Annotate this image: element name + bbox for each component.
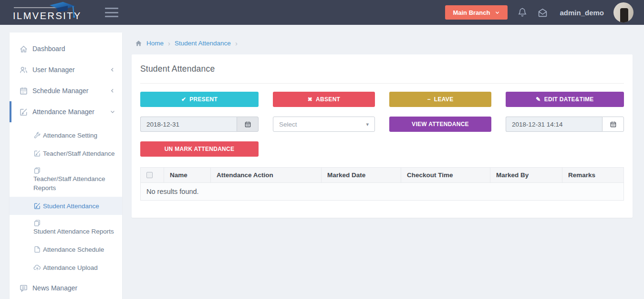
sidebar-item-label: Schedule Manager (32, 87, 89, 95)
present-button[interactable]: ✔ PRESENT (140, 92, 259, 107)
present-button-label: PRESENT (189, 96, 218, 103)
column-header-marked-by[interactable]: Marked By (490, 168, 562, 183)
sidebar-item-teacher-staff-attendance-reports[interactable]: Teacher/Staff Attendance Reports (10, 162, 122, 197)
home-icon (19, 44, 28, 53)
view-attendance-button[interactable]: VIEW ATTENDANCE (389, 117, 491, 132)
column-header-name[interactable]: Name (164, 168, 211, 183)
edit-icon (33, 150, 41, 157)
minus-icon: − (427, 96, 431, 102)
edit-datetime-button[interactable]: ✎ EDIT DATE&TIME (506, 92, 624, 107)
sidebar-item-user-manager[interactable]: User Manager (10, 59, 122, 80)
file-icon (33, 246, 41, 253)
logo-text: ILMVERSITY (13, 11, 82, 21)
edit-icon (19, 107, 28, 117)
sidebar-item-label: Dashboard (32, 45, 65, 53)
chevron-left-icon (110, 67, 115, 73)
breadcrumb-separator: › (235, 39, 238, 47)
sidebar-item-label: Attendance Setting (43, 131, 97, 140)
view-attendance-button-label: VIEW ATTENDANCE (412, 121, 469, 128)
username-label[interactable]: admin_demo (560, 9, 604, 17)
leave-button[interactable]: − LEAVE (389, 92, 491, 107)
sidebar-item-label: Student Attendance (43, 202, 99, 211)
wrench-icon (33, 131, 41, 139)
branch-label: Main Branch (453, 9, 490, 16)
chevron-left-icon (110, 88, 115, 94)
column-header-remarks[interactable]: Remarks (562, 168, 624, 183)
sidebar-item-schedule-manager[interactable]: Schedule Manager (10, 80, 122, 101)
datetime-picker-group (506, 117, 624, 132)
app-logo[interactable]: ILMVERSITY (10, 1, 82, 23)
sidebar-item-teacher-staff-attendance[interactable]: Teacher/Staff Attendance (10, 144, 122, 162)
datetime-input[interactable] (506, 117, 602, 132)
table-header-row: Name Attendance Action Marked Date Check… (141, 168, 624, 183)
breadcrumb-current-link[interactable]: Student Attendance (175, 40, 231, 47)
envelope-open-icon[interactable] (537, 7, 548, 18)
breadcrumb-home-link[interactable]: Home (146, 40, 164, 47)
student-attendance-panel: Student Attendance ✔ PRESENT ✖ ABSENT − … (132, 54, 633, 218)
sidebar-item-label: Teacher/Staff Attendance Reports (33, 174, 117, 192)
copy-icon (33, 219, 41, 227)
sidebar-item-attendance-setting[interactable]: Attendance Setting (10, 126, 122, 144)
unmark-attendance-button[interactable]: UN MARK ATTENDANCE (140, 141, 259, 157)
attendance-table: Name Attendance Action Marked Date Check… (140, 167, 624, 201)
chevron-down-icon (110, 109, 115, 115)
news-icon (19, 284, 28, 293)
cloud-upload-icon (33, 264, 41, 271)
sidebar-item-label: Attendance Manager (32, 108, 94, 116)
check-icon: ✔ (181, 96, 186, 102)
sidebar-item-student-attendance[interactable]: Student Attendance (10, 197, 122, 215)
users-icon (19, 65, 28, 75)
breadcrumb-separator: › (168, 39, 170, 47)
edit-icon (33, 202, 41, 210)
select-all-checkbox[interactable] (146, 172, 153, 178)
sidebar-item-attendance-schedule[interactable]: Attendance Schedule (10, 240, 122, 258)
main-content: Home › Student Attendance › Student Atte… (132, 25, 633, 218)
caret-down-icon: ▾ (366, 121, 369, 128)
home-icon (135, 40, 142, 47)
calendar-icon[interactable] (602, 117, 624, 132)
column-header-checkout-time[interactable]: Checkout Time (401, 168, 490, 183)
hamburger-icon[interactable] (105, 8, 118, 17)
sidebar-item-student-attendance-reports[interactable]: Student Attendance Reports (10, 215, 122, 240)
empty-state-text: No results found. (141, 183, 624, 201)
attendance-submenu: Attendance Setting Teacher/Staff Attenda… (10, 122, 122, 277)
student-select-dropdown[interactable]: Select ▾ (273, 117, 375, 132)
top-navbar: ILMVERSITY Main Branch (0, 0, 644, 25)
table-empty-row: No results found. (141, 183, 624, 201)
leave-button-label: LEAVE (434, 96, 454, 103)
pencil-icon: ✎ (536, 96, 540, 102)
absent-button-label: ABSENT (316, 96, 340, 103)
calendar-icon[interactable] (237, 117, 259, 132)
edit-datetime-button-label: EDIT DATE&TIME (544, 96, 594, 103)
sidebar-item-dashboard[interactable]: Dashboard (10, 38, 122, 59)
page-title: Student Attendance (140, 64, 624, 74)
sidebar-item-label: News Manager (32, 284, 77, 292)
sidebar-item-label: Attendance Upload (43, 263, 98, 272)
branch-selector-button[interactable]: Main Branch (445, 5, 508, 20)
sidebar-item-label: Student Attendance Reports (33, 227, 114, 236)
absent-button[interactable]: ✖ ABSENT (273, 92, 375, 107)
sidebar-item-label: Attendance Schedule (43, 245, 104, 254)
unmark-attendance-button-label: UN MARK ATTENDANCE (165, 146, 235, 152)
chevron-down-icon (495, 10, 500, 15)
sidebar-item-attendance-upload[interactable]: Attendance Upload (10, 258, 122, 277)
sidebar: Dashboard User Manager Schedule Manager (10, 32, 122, 299)
breadcrumb: Home › Student Attendance › (132, 38, 633, 48)
sidebar-item-label: User Manager (32, 66, 75, 74)
divider (140, 83, 624, 84)
sidebar-item-attendance-manager[interactable]: Attendance Manager (10, 101, 122, 122)
column-header-marked-date[interactable]: Marked Date (322, 168, 401, 183)
sidebar-item-label: Teacher/Staff Attendance (43, 149, 115, 158)
x-icon: ✖ (308, 96, 312, 102)
calendar-icon (19, 86, 28, 96)
sidebar-item-news-manager[interactable]: News Manager (10, 278, 122, 299)
bell-icon[interactable] (517, 7, 528, 18)
date-input[interactable] (140, 117, 237, 132)
select-placeholder: Select (279, 121, 297, 128)
date-picker-group (140, 117, 259, 132)
column-header-attendance-action[interactable]: Attendance Action (211, 168, 322, 183)
user-avatar[interactable] (613, 2, 634, 22)
copy-icon (33, 167, 41, 174)
